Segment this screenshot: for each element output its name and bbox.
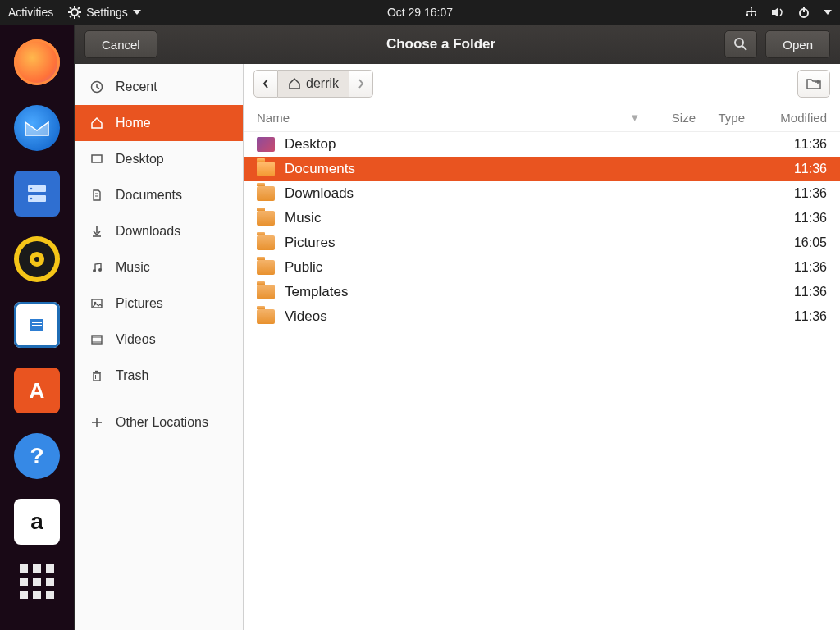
dock-amazon-icon[interactable]: a [14,499,60,545]
gnome-top-bar: Activities Settings Oct 29 16:07 [0,0,840,25]
place-label: Trash [116,368,148,383]
place-documents[interactable]: Documents [75,177,243,213]
folder-name: Desktop [285,136,336,153]
music-icon [89,261,104,274]
place-label: Home [116,116,151,130]
chevron-right-icon [358,79,364,89]
app-menu[interactable]: Settings [68,6,141,19]
folder-row[interactable]: Templates 11:36 [244,280,840,304]
folder-row[interactable]: Downloads 11:36 [244,181,840,206]
folder-modified: 11:36 [794,260,827,275]
svg-rect-17 [751,12,752,14]
plus-icon [89,417,104,428]
folder-name: Videos [285,308,327,325]
folder-name: Downloads [285,185,354,202]
open-label: Open [783,38,813,52]
place-videos[interactable]: Videos [75,322,243,358]
svg-point-23 [30,188,33,190]
home-icon [89,116,104,130]
place-pictures[interactable]: Pictures [75,285,243,322]
column-name[interactable]: Name ▾ [257,110,646,125]
place-other-locations[interactable]: Other Locations [75,404,243,441]
folder-modified: 11:36 [794,211,827,226]
dock: ? a [0,25,74,630]
folder-row[interactable]: Desktop 11:36 [244,132,840,157]
activities-label: Activities [8,6,53,19]
cancel-label: Cancel [102,38,140,52]
folder-icon [257,186,275,201]
column-modified[interactable]: Modified [745,111,827,125]
path-back-button[interactable] [253,70,278,98]
workspace: ? a Cancel Choose a Folder Open [0,25,840,630]
folder-modified: 11:36 [794,186,827,201]
place-recent[interactable]: Recent [75,69,243,105]
svg-rect-29 [32,325,42,326]
folder-modified: 11:36 [794,162,827,176]
svg-line-5 [70,7,71,9]
folder-icon [257,285,275,299]
column-type[interactable]: Type [696,111,745,125]
svg-point-26 [34,257,39,262]
folder-row[interactable]: Documents 11:36 [244,157,840,181]
path-segment-home[interactable]: derrik [278,70,349,98]
dock-software-icon[interactable] [14,368,60,413]
dock-rhythmbox-icon[interactable] [14,236,60,282]
dock-files-icon[interactable] [14,171,60,217]
folder-icon [257,260,275,275]
svg-point-39 [98,268,102,272]
chevron-down-icon[interactable] [824,10,832,15]
place-label: Documents [116,188,182,203]
open-button[interactable]: Open [765,30,830,58]
folder-row[interactable]: Pictures 16:05 [244,231,840,255]
column-size[interactable]: Size [646,111,696,125]
place-music[interactable]: Music [75,249,243,285]
place-desktop[interactable]: Desktop [75,141,243,177]
dock-writer-icon[interactable] [14,302,60,348]
volume-icon[interactable] [771,6,784,19]
place-trash[interactable]: Trash [75,358,243,394]
new-folder-button[interactable] [797,70,830,98]
folder-modified: 11:36 [794,309,827,324]
svg-rect-28 [32,322,42,323]
file-chooser-dialog: Cancel Choose a Folder Open Recent Home [74,25,840,630]
folder-row[interactable]: Music 11:36 [244,206,840,231]
place-downloads[interactable]: Downloads [75,213,243,249]
folder-icon [257,211,275,226]
path-forward-button[interactable] [349,70,373,98]
svg-rect-12 [755,14,756,16]
desktop-icon [89,153,104,166]
chevron-left-icon [262,79,269,89]
sort-indicator-icon: ▾ [632,110,638,125]
network-icon[interactable] [745,6,758,19]
dialog-header: Cancel Choose a Folder Open [75,25,840,64]
place-label: Music [116,260,150,275]
folder-row[interactable]: Videos 11:36 [244,304,840,329]
folder-modified: 16:05 [794,235,827,250]
search-icon [733,37,748,52]
path-segment-label: derrik [306,76,339,91]
downloads-icon [89,225,104,238]
clock-icon [89,80,104,94]
folder-row[interactable]: Public 11:36 [244,255,840,280]
power-icon[interactable] [797,6,810,19]
place-home[interactable]: Home [75,105,243,141]
separator [75,399,243,399]
dock-help-icon[interactable]: ? [14,433,60,479]
cancel-button[interactable]: Cancel [84,30,158,58]
folder-icon [257,162,275,176]
dock-show-apps-icon[interactable] [14,564,60,610]
folder-modified: 11:36 [794,137,827,152]
activities-button[interactable]: Activities [8,6,53,19]
place-label: Other Locations [116,415,208,430]
search-button[interactable] [724,30,757,58]
pictures-icon [89,297,104,310]
folder-name: Public [285,259,322,276]
clock[interactable]: Oct 29 16:07 [387,6,453,19]
file-pane: derrik Name ▾ Size Type [244,64,840,630]
dock-thunderbird-icon[interactable] [14,105,60,151]
dock-firefox-icon[interactable] [14,39,60,85]
column-name-label: Name [257,111,290,125]
svg-rect-16 [756,12,756,14]
chevron-down-icon [133,10,141,15]
folder-name: Pictures [285,235,335,251]
